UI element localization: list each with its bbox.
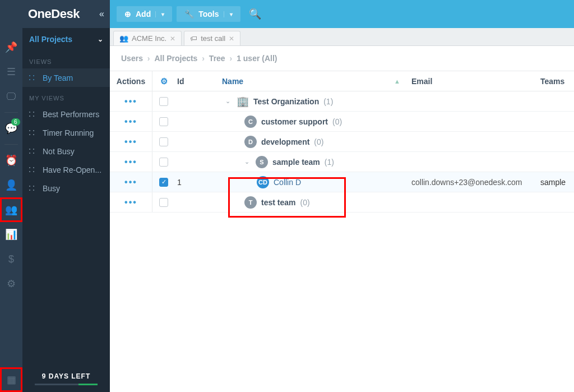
view-label: Timer Running <box>43 128 94 137</box>
rail-pin-icon[interactable]: 📌 <box>0 35 22 59</box>
add-button-label: Add <box>136 10 151 19</box>
rail-list-icon[interactable]: ☰ <box>0 59 22 84</box>
row-name[interactable]: Collin D <box>274 178 301 187</box>
rail-settings-icon[interactable]: ⚙ <box>0 271 22 296</box>
row-name[interactable]: Test Organization <box>253 97 319 106</box>
column-checkbox: ⚙ <box>152 71 175 91</box>
breadcrumb-item[interactable]: Tree <box>209 54 225 63</box>
row-name[interactable]: sample team <box>272 158 320 167</box>
row-checkbox[interactable] <box>159 198 168 207</box>
tab-test-call[interactable]: 🏷 test call ✕ <box>184 31 240 45</box>
cell-email <box>411 112 540 131</box>
wrench-icon: 🔧 <box>184 10 194 19</box>
row-name[interactable]: test team <box>261 198 295 207</box>
chevron-down-icon[interactable]: ▾ <box>224 11 233 17</box>
row-checkbox[interactable]: ✓ <box>159 178 168 187</box>
row-checkbox[interactable] <box>159 137 168 146</box>
divider <box>4 112 18 113</box>
myview-best-performers[interactable]: ⸬Best Performers <box>22 105 110 123</box>
add-button[interactable]: ⊕ Add ▾ <box>117 6 172 22</box>
view-label: Have Re-Open... <box>43 165 101 174</box>
tab-acme[interactable]: 👥 ACME Inc. ✕ <box>113 31 182 45</box>
rail-stats-icon[interactable]: 📊 <box>0 222 22 247</box>
main-content: ⊕ Add ▾ 🔧 Tools ▾ 🔍 👥 ACME Inc. ✕ 🏷 test… <box>110 0 574 392</box>
table-row[interactable]: •••Ttest team (0) <box>110 192 574 213</box>
cell-email <box>411 192 540 212</box>
table-row[interactable]: •••⌄Ssample team (1) <box>110 152 574 172</box>
data-grid: Actions ⚙ Id Name▲ Email Teams •••⌄🏢Test… <box>110 71 574 213</box>
cell-id <box>175 192 220 212</box>
column-id[interactable]: Id <box>175 71 220 91</box>
trial-days-left: 9 DAYS LEFT <box>22 366 110 392</box>
rail-team-icon[interactable]: 👥 <box>0 197 22 222</box>
myviews-section-label: MY VIEWS <box>22 87 110 105</box>
myview-timer-running[interactable]: ⸬Timer Running <box>22 123 110 142</box>
row-actions-menu[interactable]: ••• <box>124 197 137 207</box>
cell-name: CDCollin D <box>222 176 301 188</box>
topbar: ⊕ Add ▾ 🔧 Tools ▾ 🔍 <box>110 0 574 28</box>
column-teams[interactable]: Teams <box>540 71 574 91</box>
chevron-down-icon[interactable]: ⌄ <box>244 158 251 165</box>
cell-email: collin.downs+23@onedesk.com <box>411 172 540 192</box>
myview-not-busy[interactable]: ⸬Not Busy <box>22 142 110 160</box>
chevron-down-icon[interactable]: ▾ <box>155 11 164 17</box>
row-actions-menu[interactable]: ••• <box>124 157 137 167</box>
rail-userplus-icon[interactable]: 👤 <box>0 173 22 197</box>
view-label: Busy <box>43 184 60 193</box>
tabs-bar: 👥 ACME Inc. ✕ 🏷 test call ✕ <box>110 28 574 46</box>
cell-name: Ddevelopment (0) <box>222 136 323 148</box>
row-actions-menu[interactable]: ••• <box>124 177 137 187</box>
rail-clock-icon[interactable]: ⏰ <box>0 148 22 173</box>
row-checkbox[interactable] <box>159 97 168 106</box>
sitemap-icon: ⸬ <box>29 146 38 156</box>
breadcrumb-item[interactable]: 1 user (All) <box>237 54 277 63</box>
cell-name: Ccustomer support (0) <box>222 116 342 128</box>
collapse-sidebar-icon[interactable]: « <box>94 9 110 19</box>
view-label: Not Busy <box>43 147 75 156</box>
gear-icon[interactable]: ⚙ <box>160 76 168 86</box>
chevron-down-icon: ⌄ <box>98 35 103 43</box>
project-selector[interactable]: All Projects ⌄ <box>22 28 110 50</box>
cell-id <box>175 91 220 111</box>
row-checkbox[interactable] <box>159 158 168 167</box>
row-name[interactable]: development <box>261 137 309 146</box>
cell-id: 1 <box>175 172 220 192</box>
search-button[interactable]: 🔍 <box>245 5 265 23</box>
close-icon[interactable]: ✕ <box>229 35 234 43</box>
row-name[interactable]: customer support <box>261 117 328 126</box>
chevron-down-icon[interactable]: ⌄ <box>225 98 232 105</box>
row-actions-menu[interactable]: ••• <box>124 117 137 127</box>
column-email[interactable]: Email <box>411 71 540 91</box>
myview-busy[interactable]: ⸬Busy <box>22 179 110 197</box>
rail-apps-icon[interactable]: ▦ <box>0 367 22 392</box>
close-icon[interactable]: ✕ <box>170 35 175 43</box>
cell-teams <box>540 112 574 131</box>
table-row[interactable]: •••Ccustomer support (0) <box>110 112 574 132</box>
column-actions[interactable]: Actions <box>110 71 152 91</box>
cell-email <box>411 132 540 151</box>
row-count: (1) <box>323 97 333 106</box>
tools-button[interactable]: 🔧 Tools ▾ <box>177 6 240 22</box>
row-actions-menu[interactable]: ••• <box>124 137 137 147</box>
rail-dollar-icon[interactable]: $ <box>0 247 22 271</box>
tools-button-label: Tools <box>198 10 219 19</box>
column-name[interactable]: Name▲ <box>220 71 411 91</box>
breadcrumb-item[interactable]: All Projects <box>154 54 197 63</box>
view-by-team[interactable]: ⸬ By Team <box>22 68 110 87</box>
table-row[interactable]: •••✓1CDCollin Dcollin.downs+23@onedesk.c… <box>110 172 574 192</box>
cell-teams <box>540 152 574 172</box>
table-row[interactable]: •••Ddevelopment (0) <box>110 132 574 152</box>
sitemap-icon: ⸬ <box>29 73 38 82</box>
myview-have-reopen[interactable]: ⸬Have Re-Open... <box>22 160 110 179</box>
project-selector-label: All Projects <box>29 35 72 44</box>
breadcrumb-item[interactable]: Users <box>121 54 143 63</box>
row-checkbox[interactable] <box>159 117 168 126</box>
rail-monitor-icon[interactable]: 🖵 <box>0 84 22 109</box>
row-actions-menu[interactable]: ••• <box>124 96 137 107</box>
avatar: D <box>244 136 257 148</box>
cell-email <box>411 152 540 172</box>
table-row[interactable]: •••⌄🏢Test Organization (1) <box>110 91 574 112</box>
rail-chat-icon[interactable]: 💬6 <box>0 116 22 141</box>
cell-teams: sample <box>540 172 574 192</box>
cell-id <box>175 152 220 172</box>
